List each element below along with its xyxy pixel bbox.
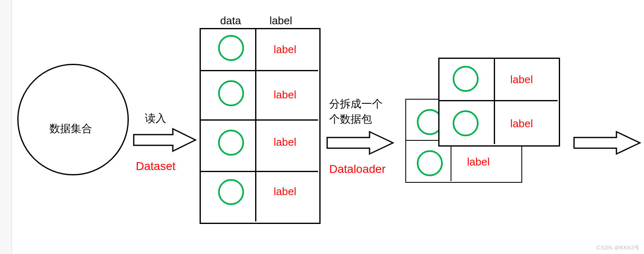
table-row-label: label: [274, 136, 296, 149]
svg-marker-1: [327, 132, 393, 154]
arrow1-top-label: 读入: [145, 111, 166, 126]
table-header-label: label: [270, 14, 292, 27]
table-header-data: data: [220, 14, 241, 27]
svg-marker-2: [574, 132, 640, 154]
table-row-label: label: [274, 43, 296, 56]
arrow2-top-line2: 个数据包: [329, 112, 372, 126]
table-row-label: label: [274, 89, 296, 101]
arrow1-bottom-label: Dataset: [136, 160, 176, 173]
batch-back-row-label: label: [467, 156, 490, 168]
data-circle-icon: [453, 110, 479, 136]
arrow-icon-1: [132, 126, 198, 154]
table-row-label: label: [274, 185, 296, 198]
main-table-vline: [255, 28, 256, 221]
watermark: CSDN @KKK3号: [597, 244, 640, 252]
dataset-circle-label: 数据集合: [49, 121, 92, 136]
arrow-icon-2: [325, 128, 395, 157]
svg-marker-0: [134, 129, 195, 151]
batch-front-hline: [438, 100, 558, 101]
left-margin: [0, 0, 12, 254]
data-circle-icon: [218, 179, 244, 205]
data-circle-icon: [453, 66, 479, 92]
main-table-hline-3: [200, 171, 318, 172]
data-circle-icon: [417, 150, 443, 176]
arrow-icon-3: [572, 128, 642, 157]
data-circle-icon: [218, 130, 244, 156]
data-circle-icon: [218, 35, 244, 61]
batch-front-row-label: label: [510, 117, 533, 130]
data-circle-icon: [218, 80, 244, 106]
main-table-hline-1: [200, 70, 318, 71]
arrow2-bottom-label: Dataloader: [329, 163, 386, 176]
dataset-circle: [17, 64, 129, 175]
batch-front-row-label: label: [510, 73, 533, 86]
main-table-hline-2: [200, 119, 318, 121]
arrow2-top-line1: 分拆成一个: [329, 97, 383, 111]
main-table: [200, 28, 321, 224]
